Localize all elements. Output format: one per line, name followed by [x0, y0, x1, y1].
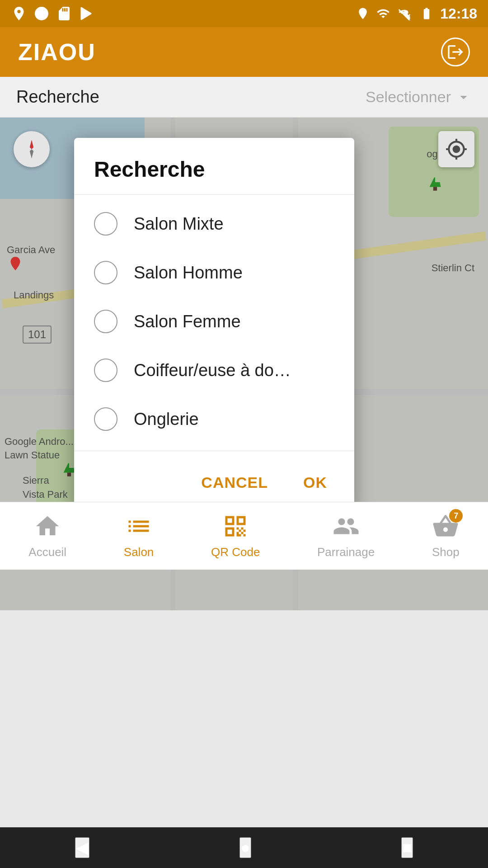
- shop-badge: 7: [449, 509, 463, 523]
- recents-button[interactable]: ■: [401, 837, 413, 858]
- nav-icon-wrap-shop: 7: [432, 513, 459, 542]
- option-salon-mixte[interactable]: Salon Mixte: [74, 199, 354, 248]
- ok-button[interactable]: OK: [292, 467, 338, 499]
- radio-salon-mixte[interactable]: [94, 212, 117, 236]
- nav-label-accueil: Accueil: [28, 545, 66, 559]
- time-display: 12:18: [440, 5, 477, 22]
- nav-item-parrainage[interactable]: Parrainage: [317, 513, 375, 559]
- option-salon-homme[interactable]: Salon Homme: [74, 248, 354, 297]
- nav-item-accueil[interactable]: Accueil: [28, 513, 66, 559]
- option-onglerie[interactable]: Onglerie: [74, 395, 354, 443]
- status-bar: 12:18: [0, 0, 488, 27]
- signal-status-icon: [397, 7, 413, 20]
- svg-point-0: [35, 7, 48, 20]
- label-salon-femme: Salon Femme: [134, 312, 241, 331]
- home-button[interactable]: ●: [239, 837, 251, 858]
- label-onglerie: Onglerie: [134, 410, 199, 429]
- nav-icon-wrap-parrainage: [333, 513, 360, 542]
- parrainage-icon: [333, 513, 360, 540]
- cancel-button[interactable]: CANCEL: [190, 467, 279, 499]
- nav-label-shop: Shop: [432, 545, 460, 559]
- radio-salon-homme[interactable]: [94, 261, 117, 284]
- nav-item-qrcode[interactable]: QR Code: [211, 513, 260, 559]
- nav-label-salon: Salon: [124, 545, 154, 559]
- android-nav-bar: ◀ ● ■: [0, 827, 488, 868]
- qrcode-icon: [222, 513, 249, 540]
- chevron-down-icon: [455, 89, 472, 105]
- status-icons-right: 12:18: [356, 5, 477, 22]
- app-bar: ZIAOU: [0, 27, 488, 77]
- nav-item-salon[interactable]: Salon: [124, 513, 154, 559]
- back-button[interactable]: ◀: [75, 837, 89, 858]
- salon-icon: [125, 513, 152, 540]
- nav-icon-wrap-accueil: [34, 513, 61, 542]
- logout-button[interactable]: [441, 38, 470, 66]
- nav-icon-wrap-qrcode: [222, 513, 249, 542]
- status-icons-left: [11, 5, 95, 22]
- search-dialog: Recherche Salon Mixte Salon Homme Salon …: [74, 138, 354, 511]
- map-area: og Park Stierlin Ct Garcia Ave Landings …: [0, 118, 488, 610]
- nav-icon-wrap-salon: [125, 513, 152, 542]
- battery-status-icon: [418, 7, 435, 20]
- nav-label-qrcode: QR Code: [211, 545, 260, 559]
- gps-status-icon: [11, 5, 27, 22]
- wifi-status-icon: [375, 7, 391, 20]
- search-label: Recherche: [16, 87, 99, 107]
- radio-coiffeur[interactable]: [94, 359, 117, 382]
- label-salon-mixte: Salon Mixte: [134, 214, 224, 234]
- label-coiffeur: Coiffeur/euse à do…: [134, 361, 291, 380]
- nav-item-shop[interactable]: 7 Shop: [432, 513, 460, 559]
- nav-label-parrainage: Parrainage: [317, 545, 375, 559]
- radio-onglerie[interactable]: [94, 407, 117, 431]
- select-label: Selectionner: [366, 88, 451, 106]
- select-dropdown[interactable]: Selectionner: [366, 88, 472, 106]
- dialog-title: Recherche: [74, 138, 354, 195]
- playstore-status-icon: [79, 5, 95, 22]
- bottom-nav: Accueil Salon QR Code: [0, 502, 488, 570]
- search-bar: Recherche Selectionner: [0, 77, 488, 118]
- location-status-icon: [356, 7, 370, 20]
- circle-status-icon: [33, 5, 50, 22]
- radio-salon-femme[interactable]: [94, 310, 117, 333]
- option-salon-femme[interactable]: Salon Femme: [74, 297, 354, 346]
- dialog-divider: [74, 451, 354, 451]
- label-salon-homme: Salon Homme: [134, 263, 243, 283]
- option-coiffeur[interactable]: Coiffeur/euse à do…: [74, 346, 354, 395]
- logout-icon: [446, 43, 465, 61]
- sdcard-status-icon: [56, 5, 72, 22]
- home-icon: [34, 513, 61, 540]
- app-title: ZIAOU: [18, 38, 96, 66]
- dialog-options-list: Salon Mixte Salon Homme Salon Femme Coif…: [74, 195, 354, 448]
